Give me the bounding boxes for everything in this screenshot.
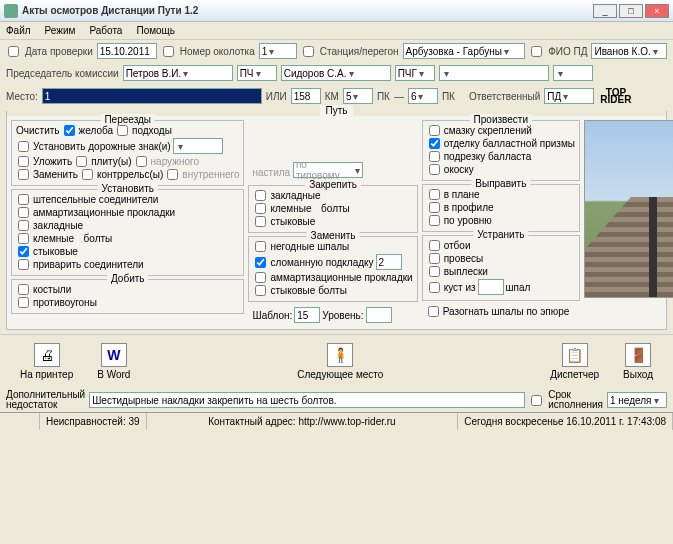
station-check[interactable] (303, 46, 314, 57)
station-label: Станция/перегон (320, 46, 399, 57)
chk-ammprok2[interactable] (255, 272, 266, 283)
chair-label: Председатель комиссии (6, 68, 119, 79)
status-defects: Неисправностей: 39 (40, 413, 147, 430)
chk-vypleski[interactable] (429, 266, 440, 277)
chk-privarit[interactable] (18, 259, 29, 270)
app-icon (4, 4, 18, 18)
chk-vnutr[interactable] (167, 169, 178, 180)
date-check[interactable] (8, 46, 19, 57)
chk-kust[interactable] (429, 282, 440, 293)
num-label: Номер околотка (180, 46, 255, 57)
panel-title: Путь (320, 105, 354, 116)
p2-role-combo[interactable]: ПЧГ (395, 65, 435, 81)
chk-shtep[interactable] (18, 194, 29, 205)
km-input[interactable] (291, 88, 321, 104)
chk-zakladnye[interactable] (18, 220, 29, 231)
resp-label: Ответственный (469, 91, 540, 102)
chk-vprofile[interactable] (429, 202, 440, 213)
fio-combo[interactable]: Иванов К.О. (591, 43, 667, 59)
fs-dobit: Добить (107, 273, 149, 284)
btn-dispatcher[interactable]: 📋Диспетчер (542, 341, 607, 382)
chk-otdelku[interactable] (429, 138, 440, 149)
chk-stykbolty[interactable] (255, 285, 266, 296)
btn-word[interactable]: WВ Word (89, 341, 138, 382)
close-button[interactable]: × (645, 4, 669, 18)
chk-podrezku[interactable] (429, 151, 440, 162)
menu-work[interactable]: Работа (89, 25, 122, 36)
chk-zakladnye2[interactable] (255, 190, 266, 201)
printer-icon: 🖨 (34, 343, 60, 367)
p3-role-combo[interactable] (553, 65, 593, 81)
chk-klemnye[interactable] (18, 233, 29, 244)
mesto-input[interactable] (42, 88, 262, 104)
kust-num[interactable] (478, 279, 504, 295)
chk-kontr[interactable] (82, 169, 93, 180)
fs-pereezdy: Переезды (100, 114, 155, 125)
menu-mode[interactable]: Режим (45, 25, 76, 36)
p2-combo[interactable]: Сидоров С.А. (281, 65, 391, 81)
chk-zamenit[interactable] (18, 169, 29, 180)
pk1-combo[interactable]: 5 (343, 88, 373, 104)
fs-ustanovit: Установить (97, 183, 158, 194)
chk-smazku[interactable] (429, 125, 440, 136)
chk-znaki[interactable] (18, 141, 29, 152)
minimize-button[interactable]: _ (593, 4, 617, 18)
nastila-combo[interactable]: по типовому (293, 162, 363, 178)
shablon-input[interactable] (294, 307, 320, 323)
chk-otboi[interactable] (429, 240, 440, 251)
person-icon: 🧍 (327, 343, 353, 367)
chk-zheloba[interactable] (64, 125, 75, 136)
num-check[interactable] (163, 46, 174, 57)
chk-protivoug[interactable] (18, 297, 29, 308)
fs-vypravit: Выправить (471, 178, 530, 189)
dispatcher-icon: 📋 (562, 343, 588, 367)
btn-printer[interactable]: 🖨На принтер (12, 341, 81, 382)
chk-vplane[interactable] (429, 189, 440, 200)
uroven-input[interactable] (366, 307, 392, 323)
fs-proizvesti: Произвести (470, 114, 532, 125)
chk-stykovye2[interactable] (255, 216, 266, 227)
chair-combo[interactable]: Петров В.И. (123, 65, 233, 81)
chk-pourovnyu[interactable] (429, 215, 440, 226)
mesto-label: Место: (6, 91, 38, 102)
chk-plitu[interactable] (76, 156, 87, 167)
chk-razognat[interactable] (428, 306, 439, 317)
btn-exit[interactable]: 🚪Выход (615, 341, 661, 382)
chk-stykovye[interactable] (18, 246, 29, 257)
chk-sloman[interactable] (255, 257, 266, 268)
fio-check[interactable] (531, 46, 542, 57)
btn-next[interactable]: 🧍Следующее место (289, 341, 391, 382)
chk-klemnye2[interactable] (255, 203, 266, 214)
station-combo[interactable]: Арбузовка - Гарбуны (403, 43, 526, 59)
chk-ammprok[interactable] (18, 207, 29, 218)
pk1-label: ПК (377, 91, 390, 102)
znaki-combo[interactable] (173, 138, 223, 154)
chk-okosku[interactable] (429, 164, 440, 175)
exit-icon: 🚪 (625, 343, 651, 367)
status-contact: Контактный адрес: http://www.top-rider.r… (147, 413, 459, 430)
note-input[interactable] (89, 392, 525, 408)
chk-negodnye[interactable] (255, 241, 266, 252)
fs-ustranit: Устранить (473, 229, 528, 240)
maximize-button[interactable]: □ (619, 4, 643, 18)
srok-combo[interactable]: 1 неделя (607, 392, 667, 408)
chk-ulozhit[interactable] (18, 156, 29, 167)
resp-combo[interactable]: ПД (544, 88, 594, 104)
chk-naruzh[interactable] (136, 156, 147, 167)
chair-role-combo[interactable]: ПЧ (237, 65, 277, 81)
p3-combo[interactable] (439, 65, 549, 81)
logo: TOPRIDER (598, 87, 633, 105)
chk-podhody[interactable] (117, 125, 128, 136)
fs-zakrepit: Закрепить (305, 179, 361, 190)
chk-kostyli[interactable] (18, 284, 29, 295)
chk-provesy[interactable] (429, 253, 440, 264)
num-combo[interactable]: 1 (259, 43, 297, 59)
railway-image (584, 120, 673, 298)
dash-label: — (394, 91, 404, 102)
menu-file[interactable]: Файл (6, 25, 31, 36)
sloman-num[interactable] (376, 254, 402, 270)
menu-help[interactable]: Помощь (136, 25, 175, 36)
date-input[interactable] (97, 43, 157, 59)
pk2-combo[interactable]: 6 (408, 88, 438, 104)
srok-check[interactable] (531, 395, 542, 406)
